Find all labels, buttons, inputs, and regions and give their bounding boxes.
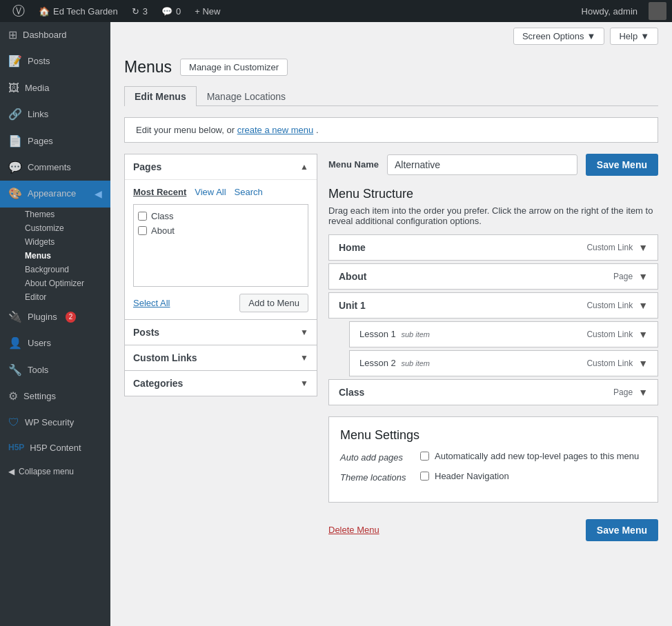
adminbar-site[interactable]: 🏠 Ed Tech Garden <box>32 0 125 22</box>
sidebar-sub-widgets[interactable]: Widgets <box>0 235 110 249</box>
class-item-name: Class <box>339 387 364 398</box>
menu-structure-desc: Drag each item into the order you prefer… <box>328 205 658 226</box>
sidebar-item-pages[interactable]: 📄 Pages <box>0 128 110 154</box>
about-checkbox[interactable] <box>138 226 147 235</box>
unit1-sub-items: Lesson 1 sub item Custom Link ▼ <box>349 321 658 376</box>
menu-footer: Delete Menu Save Menu <box>328 514 658 541</box>
sidebar-item-users[interactable]: 👤 Users <box>0 330 110 356</box>
lesson2-item-chevron-icon[interactable]: ▼ <box>638 358 648 369</box>
home-item-chevron-icon[interactable]: ▼ <box>638 242 648 253</box>
tab-view-all[interactable]: View All <box>195 187 226 197</box>
sidebar-label-wp-security: WP Security <box>25 416 74 429</box>
unit1-item-name: Unit 1 <box>339 300 366 311</box>
delete-menu-link[interactable]: Delete Menu <box>328 525 379 535</box>
accordion-posts-chevron-icon: ▼ <box>300 327 308 337</box>
sidebar-sub-background[interactable]: Background <box>0 263 110 276</box>
header-nav-checkbox[interactable] <box>420 472 429 481</box>
site-name: Ed Tech Garden <box>53 6 118 17</box>
accordion-pages-header[interactable]: Pages ▲ <box>125 154 317 179</box>
create-new-menu-link[interactable]: create a new menu <box>237 125 314 135</box>
sidebar-label-users: Users <box>28 337 51 350</box>
help-chevron-icon: ▼ <box>640 31 649 41</box>
lesson1-item-chevron-icon[interactable]: ▼ <box>638 329 648 340</box>
unit1-item-chevron-icon[interactable]: ▼ <box>638 300 648 311</box>
sidebar-item-comments[interactable]: 💬 Comments <box>0 154 110 181</box>
class-label[interactable]: Class <box>151 211 174 221</box>
accordion-pages: Pages ▲ Most Recent View All Search <box>124 154 317 320</box>
add-to-menu-btn[interactable]: Add to Menu <box>239 294 308 312</box>
accordion-custom-links-header[interactable]: Custom Links ▼ <box>125 345 317 370</box>
auto-add-checkbox[interactable] <box>420 452 429 461</box>
pages-list: Class About <box>133 204 308 287</box>
menu-item-class: Class Page ▼ <box>328 379 658 405</box>
sidebar-label-comments: Comments <box>28 161 71 174</box>
accordion-custom-links-chevron-icon: ▼ <box>300 353 308 363</box>
tab-most-recent[interactable]: Most Recent <box>133 187 186 197</box>
pages-icon: 📄 <box>8 134 22 149</box>
menu-name-input[interactable] <box>387 154 577 175</box>
sidebar-label-dashboard: Dashboard <box>23 29 67 41</box>
sidebar-item-media[interactable]: 🖼 Media <box>0 75 110 101</box>
save-menu-btn-top[interactable]: Save Menu <box>586 154 658 176</box>
save-menu-btn-bottom[interactable]: Save Menu <box>586 519 658 541</box>
home-item-right: Custom Link ▼ <box>586 242 648 253</box>
sidebar-item-tools[interactable]: 🔧 Tools <box>0 357 110 383</box>
help-btn[interactable]: Help ▼ <box>610 28 658 45</box>
sidebar-sub-editor[interactable]: Editor <box>0 290 110 304</box>
nav-tabs: Edit Menus Manage Locations <box>124 86 658 106</box>
accordion-categories-chevron-icon: ▼ <box>300 378 308 388</box>
adminbar-comments[interactable]: 💬 0 <box>155 0 188 22</box>
sidebar-sub-about-optimizer[interactable]: About Optimizer <box>0 276 110 290</box>
site-icon: 🏠 <box>39 6 50 17</box>
sidebar-item-settings[interactable]: ⚙ Settings <box>0 383 110 410</box>
wp-logo-icon[interactable]: Ⓥ <box>6 3 32 19</box>
sidebar-item-wp-security[interactable]: 🛡 WP Security <box>0 410 110 436</box>
admin-bar: Ⓥ 🏠 Ed Tech Garden ↻ 3 💬 0 + New Howdy, … <box>0 0 672 22</box>
sidebar-item-posts[interactable]: 📝 Posts <box>0 48 110 74</box>
screen-options-btn[interactable]: Screen Options ▼ <box>513 28 604 45</box>
manage-in-customizer-btn[interactable]: Manage in Customizer <box>180 59 288 76</box>
auto-add-pages-content: Automatically add new top-level pages to… <box>420 451 639 461</box>
menu-item-home: Home Custom Link ▼ <box>328 234 658 261</box>
sidebar-sub-menus[interactable]: Menus <box>0 249 110 263</box>
adminbar-new[interactable]: + New <box>188 0 227 22</box>
sidebar-sub-themes[interactable]: Themes <box>0 208 110 221</box>
lesson2-item-type: Custom Link <box>586 359 633 368</box>
about-label[interactable]: About <box>151 225 175 236</box>
tab-search[interactable]: Search <box>235 187 263 197</box>
sidebar-item-links[interactable]: 🔗 Links <box>0 101 110 128</box>
lesson2-item-content: Lesson 2 sub item <box>359 358 430 368</box>
sidebar-item-dashboard[interactable]: ⊞ Dashboard <box>0 22 110 48</box>
sidebar-item-h5p[interactable]: H5P H5P Content <box>0 436 110 460</box>
lesson2-item-right: Custom Link ▼ <box>586 358 648 369</box>
new-label: + New <box>195 6 220 17</box>
sidebar-label-settings: Settings <box>23 390 56 403</box>
adminbar-updates[interactable]: ↻ 3 <box>125 0 155 22</box>
menu-settings: Menu Settings Auto add pages Automatical… <box>328 416 658 503</box>
sidebar-label-links: Links <box>28 108 48 121</box>
accordion-custom-links-title: Custom Links <box>133 352 197 363</box>
sidebar-sub-customize[interactable]: Customize <box>0 221 110 235</box>
links-icon: 🔗 <box>8 107 22 122</box>
home-item-name: Home <box>339 242 366 253</box>
class-checkbox[interactable] <box>138 212 147 221</box>
about-item-chevron-icon[interactable]: ▼ <box>638 271 648 282</box>
select-all-link[interactable]: Select All <box>133 298 170 308</box>
tab-edit-menus[interactable]: Edit Menus <box>124 86 197 106</box>
class-item-chevron-icon[interactable]: ▼ <box>638 387 648 398</box>
accordion-posts-header[interactable]: Posts ▼ <box>125 320 317 345</box>
tab-manage-locations[interactable]: Manage Locations <box>197 86 296 106</box>
plugins-badge: 2 <box>66 312 77 323</box>
accordion-categories-header[interactable]: Categories ▼ <box>125 371 317 396</box>
menu-structure-title: Menu Structure <box>328 187 658 201</box>
menu-items-list: Home Custom Link ▼ About Page ▼ <box>328 234 658 405</box>
collapse-menu-btn[interactable]: ◀ Collapse menu <box>0 460 110 483</box>
howdy-text[interactable]: Howdy, admin <box>575 6 644 17</box>
sidebar-item-plugins[interactable]: 🔌 Plugins 2 <box>0 304 110 330</box>
accordion-pages-chevron-icon: ▲ <box>300 162 308 172</box>
accordion-pages-title: Pages <box>133 161 161 172</box>
menu-settings-title: Menu Settings <box>340 428 646 443</box>
accordion-categories: Categories ▼ <box>124 371 317 396</box>
sidebar-item-appearance[interactable]: 🎨 Appearance ◀ <box>0 181 110 207</box>
about-item-name: About <box>339 271 366 282</box>
